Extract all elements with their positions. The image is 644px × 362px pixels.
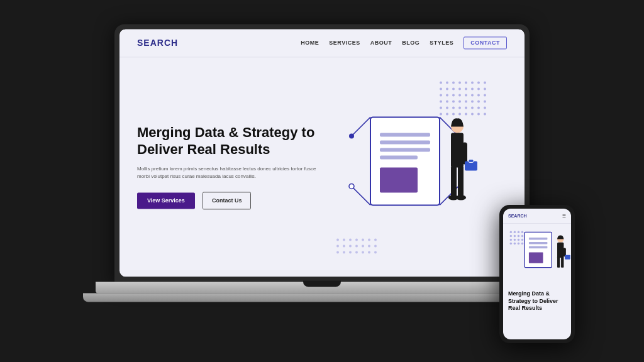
svg-point-66 bbox=[456, 195, 466, 200]
svg-point-41 bbox=[446, 112, 448, 115]
view-services-button[interactable]: View Services bbox=[137, 192, 195, 209]
svg-point-94 bbox=[521, 231, 523, 233]
contact-us-button[interactable]: Contact Us bbox=[203, 192, 252, 209]
svg-point-82 bbox=[368, 244, 370, 247]
svg-point-29 bbox=[471, 100, 474, 102]
laptop: SEARCH HOME SERVICES ABOUT BLOG STYLES C… bbox=[96, 24, 548, 326]
svg-point-26 bbox=[452, 100, 455, 102]
svg-point-80 bbox=[355, 244, 358, 247]
svg-rect-67 bbox=[462, 142, 467, 164]
svg-point-42 bbox=[452, 112, 455, 115]
svg-point-24 bbox=[440, 100, 442, 102]
svg-point-6 bbox=[477, 81, 480, 84]
scene: SEARCH HOME SERVICES ABOUT BLOG STYLES C… bbox=[0, 0, 644, 362]
svg-point-4 bbox=[465, 81, 467, 84]
svg-rect-58 bbox=[380, 148, 430, 151]
phone: SEARCH ≡ bbox=[499, 205, 575, 343]
svg-point-96 bbox=[514, 235, 516, 237]
nav-link-home[interactable]: HOME bbox=[301, 40, 319, 46]
svg-point-88 bbox=[362, 251, 364, 253]
svg-point-30 bbox=[477, 100, 480, 102]
svg-rect-62 bbox=[451, 133, 464, 167]
svg-point-28 bbox=[465, 100, 467, 102]
svg-point-35 bbox=[458, 106, 461, 109]
svg-point-15 bbox=[484, 87, 486, 90]
phone-nav: SEARCH ≡ bbox=[503, 209, 571, 224]
svg-point-100 bbox=[514, 239, 516, 241]
svg-rect-56 bbox=[380, 133, 430, 136]
svg-point-79 bbox=[349, 244, 352, 247]
dots-decoration-top: // dots rendered inline bbox=[438, 79, 488, 119]
dots-decoration-bottom bbox=[335, 236, 379, 258]
svg-line-53 bbox=[352, 186, 370, 205]
svg-point-47 bbox=[484, 112, 486, 115]
svg-point-12 bbox=[465, 87, 467, 90]
svg-point-18 bbox=[452, 94, 455, 96]
hero-title: Merging Data & Strategy to Deliver Real … bbox=[137, 125, 322, 158]
svg-point-90 bbox=[374, 251, 377, 253]
nav-link-services[interactable]: SERVICES bbox=[329, 40, 360, 46]
svg-point-74 bbox=[362, 238, 364, 241]
nav-link-blog[interactable]: BLOG bbox=[402, 40, 419, 46]
svg-point-81 bbox=[362, 244, 364, 247]
svg-point-23 bbox=[484, 94, 486, 96]
svg-point-21 bbox=[471, 94, 474, 96]
hero-section: Merging Data & Strategy to Deliver Real … bbox=[119, 57, 525, 277]
nav-link-styles[interactable]: STYLES bbox=[430, 40, 453, 46]
svg-point-105 bbox=[518, 243, 519, 244]
svg-rect-60 bbox=[380, 167, 418, 192]
hero-svg-illustration bbox=[345, 104, 484, 230]
svg-point-25 bbox=[446, 100, 448, 102]
svg-point-87 bbox=[355, 251, 358, 253]
svg-point-27 bbox=[458, 100, 461, 102]
svg-point-3 bbox=[458, 81, 461, 84]
nav-contact-button[interactable]: CONTACT bbox=[464, 36, 507, 49]
svg-point-20 bbox=[465, 94, 467, 96]
hero-content: Merging Data & Strategy to Deliver Real … bbox=[137, 125, 322, 210]
svg-point-91 bbox=[510, 231, 512, 233]
svg-point-54 bbox=[349, 184, 354, 189]
svg-point-10 bbox=[452, 87, 455, 90]
svg-point-37 bbox=[471, 106, 474, 109]
phone-illustration bbox=[503, 224, 571, 287]
nav-link-about[interactable]: ABOUT bbox=[370, 40, 392, 46]
svg-point-95 bbox=[510, 235, 512, 237]
svg-rect-111 bbox=[529, 252, 543, 263]
svg-point-13 bbox=[471, 87, 474, 90]
svg-point-76 bbox=[374, 238, 377, 241]
svg-point-7 bbox=[484, 81, 486, 84]
svg-point-98 bbox=[521, 235, 523, 237]
svg-line-49 bbox=[352, 117, 370, 136]
svg-rect-117 bbox=[565, 255, 570, 260]
svg-point-17 bbox=[446, 94, 448, 96]
svg-point-84 bbox=[336, 251, 339, 253]
svg-point-1 bbox=[446, 81, 448, 84]
svg-point-14 bbox=[477, 87, 480, 90]
svg-point-39 bbox=[484, 106, 486, 109]
svg-rect-110 bbox=[529, 246, 547, 248]
svg-rect-115 bbox=[561, 256, 564, 267]
svg-point-89 bbox=[368, 251, 370, 253]
phone-logo: SEARCH bbox=[508, 214, 527, 218]
svg-point-77 bbox=[336, 244, 339, 247]
svg-point-97 bbox=[518, 235, 519, 237]
svg-point-8 bbox=[440, 87, 442, 90]
hero-description: Mollis pretium lorem primis senectus hab… bbox=[137, 165, 322, 180]
svg-rect-108 bbox=[529, 238, 547, 239]
svg-point-45 bbox=[471, 112, 474, 115]
phone-title: Merging Data & Strategy to Deliver Real … bbox=[503, 287, 571, 316]
svg-point-32 bbox=[440, 106, 442, 109]
svg-point-92 bbox=[514, 231, 516, 233]
svg-point-106 bbox=[521, 243, 523, 244]
laptop-notch bbox=[303, 280, 341, 287]
svg-point-72 bbox=[349, 238, 352, 241]
svg-rect-69 bbox=[469, 159, 474, 162]
svg-point-78 bbox=[343, 244, 345, 247]
svg-point-11 bbox=[458, 87, 461, 90]
svg-point-34 bbox=[452, 106, 455, 109]
svg-point-22 bbox=[477, 94, 480, 96]
svg-point-70 bbox=[336, 238, 339, 241]
nav-logo: SEARCH bbox=[137, 38, 178, 48]
nav: SEARCH HOME SERVICES ABOUT BLOG STYLES C… bbox=[119, 29, 525, 57]
phone-menu-icon[interactable]: ≡ bbox=[562, 212, 566, 219]
